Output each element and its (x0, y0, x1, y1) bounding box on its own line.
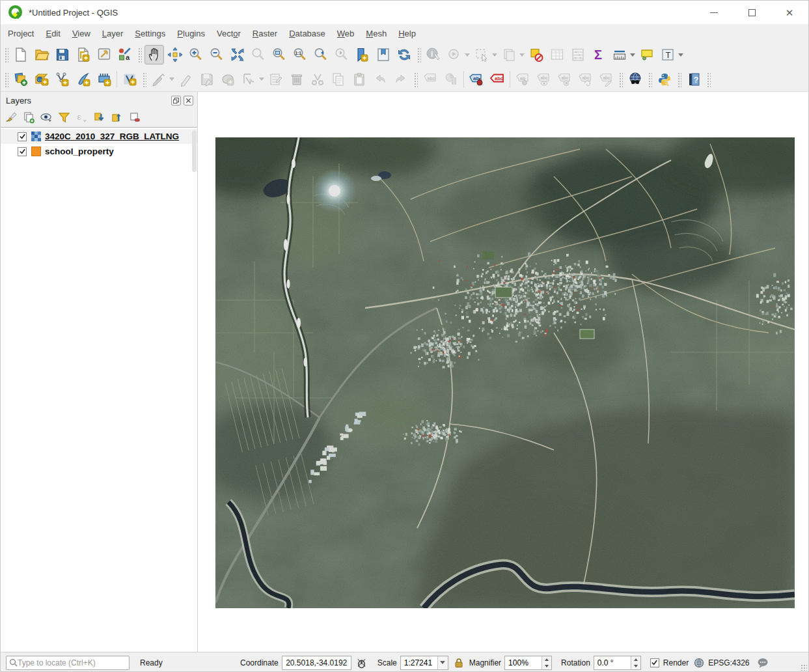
toolbar-grip[interactable] (677, 72, 681, 87)
show-bookmarks-button[interactable] (374, 45, 393, 64)
lock-scale-icon[interactable] (452, 656, 465, 670)
help-contents-button[interactable]: ? (684, 70, 704, 89)
rotation-down-icon[interactable] (631, 663, 640, 669)
maximize-button[interactable] (733, 1, 771, 24)
new-virtual-layer-button[interactable] (120, 70, 139, 89)
open-layer-styling-icon[interactable] (3, 109, 19, 125)
python-console-button[interactable] (655, 70, 674, 89)
toggle-extents-mouse-icon[interactable] (355, 656, 368, 670)
float-panel-icon[interactable] (171, 96, 181, 105)
refresh-button[interactable] (394, 45, 414, 64)
toolbar-grip[interactable] (648, 72, 652, 87)
filter-legend-icon[interactable] (56, 109, 72, 125)
toolbar-grip[interactable] (618, 72, 623, 87)
vertex-tool-button[interactable] (239, 70, 258, 89)
magnifier-input[interactable] (505, 656, 542, 669)
statistical-summary-button[interactable] (568, 45, 588, 64)
metasearch-button[interactable] (625, 70, 645, 89)
crs-globe-icon[interactable] (692, 656, 706, 670)
menu-layer[interactable]: Layer (96, 26, 130, 41)
toolbar-grip[interactable] (4, 72, 8, 87)
measure-line-button[interactable] (610, 45, 629, 64)
vertex-tool-dropdown[interactable] (259, 77, 264, 81)
rotate-label-button[interactable]: abc (575, 70, 595, 89)
magnifier-down-icon[interactable] (542, 663, 551, 669)
open-attribute-table-button[interactable] (547, 45, 567, 64)
menu-database[interactable]: Database (283, 26, 331, 41)
layer-row-raster[interactable]: 3420C_2010_327_RGB_LATLNG (1, 129, 197, 144)
menu-raster[interactable]: Raster (247, 26, 283, 41)
zoom-full-button[interactable] (228, 45, 247, 64)
modify-attributes-button[interactable] (266, 70, 286, 89)
close-panel-icon[interactable] (184, 96, 193, 105)
menu-vector[interactable]: Vector (211, 26, 247, 41)
identify-features-button[interactable]: i (424, 45, 443, 64)
cut-features-button[interactable] (308, 70, 327, 89)
current-edits-dropdown[interactable] (169, 77, 174, 81)
move-label-button[interactable]: abc (555, 70, 574, 89)
coordinate-input[interactable] (282, 656, 351, 670)
toolbar-grip[interactable] (413, 72, 418, 87)
add-group-icon[interactable] (21, 109, 36, 125)
menu-edit[interactable]: Edit (40, 26, 66, 41)
new-geopackage-layer-button[interactable] (74, 70, 93, 89)
current-edits-button[interactable] (149, 70, 169, 89)
new-print-layout-button[interactable] (74, 45, 93, 64)
map-canvas[interactable] (198, 92, 808, 652)
scale-combo[interactable] (400, 656, 448, 670)
messages-icon[interactable] (756, 656, 769, 670)
measure-dropdown[interactable] (630, 53, 635, 57)
toolbar-grip[interactable] (4, 47, 8, 63)
toolbar-grip[interactable] (142, 72, 146, 87)
zoom-next-button[interactable] (332, 45, 351, 64)
select-by-form-button[interactable] (499, 45, 519, 64)
zoom-to-layer-button[interactable] (269, 45, 289, 64)
zoom-out-button[interactable] (207, 45, 226, 64)
magnifier-spinbox[interactable] (504, 656, 552, 670)
menu-plugins[interactable]: Plugins (171, 26, 211, 41)
crs-status[interactable]: EPSG:4326 (708, 658, 749, 667)
select-features-button[interactable] (472, 45, 491, 64)
text-annotation-dropdown[interactable] (678, 53, 683, 57)
scale-input[interactable] (401, 656, 437, 669)
style-manager-button[interactable]: a (115, 45, 135, 64)
show-layout-manager-button[interactable] (94, 45, 114, 64)
manage-map-themes-icon[interactable] (38, 109, 54, 125)
select-by-form-dropdown[interactable] (519, 53, 525, 57)
copy-features-button[interactable] (329, 70, 348, 89)
rotation-input[interactable] (594, 656, 631, 669)
new-bookmark-button[interactable] (353, 45, 372, 64)
delete-selected-button[interactable] (287, 70, 307, 89)
select-features-dropdown[interactable] (492, 53, 497, 57)
layer-labeling-button[interactable]: abc (420, 70, 440, 89)
layer-visibility-checkbox[interactable] (18, 147, 27, 156)
open-project-button[interactable] (32, 45, 51, 64)
run-feature-action-dropdown[interactable] (465, 53, 470, 57)
zoom-native-resolution-button[interactable]: 1:1 (290, 45, 310, 64)
expand-all-icon[interactable] (91, 109, 107, 125)
remove-layer-icon[interactable] (126, 109, 142, 125)
layer-name[interactable]: school_property (45, 147, 114, 156)
digitize-with-shape-button[interactable] (218, 70, 238, 89)
text-annotation-button[interactable]: T (658, 45, 678, 64)
layer-row-school-property[interactable]: school_property (1, 144, 197, 159)
save-layer-edits-button[interactable] (197, 70, 217, 89)
new-shapefile-layer-button[interactable] (53, 70, 72, 89)
menu-project[interactable]: Project (2, 26, 40, 41)
close-button[interactable]: ✕ (771, 1, 808, 24)
paste-features-button[interactable] (350, 70, 369, 89)
layer-name[interactable]: 3420C_2010_327_RGB_LATLNG (45, 132, 179, 141)
menu-help[interactable]: Help (392, 26, 422, 41)
zoom-last-button[interactable] (311, 45, 331, 64)
run-feature-action-button[interactable] (445, 45, 464, 64)
highlight-pinned-labels-button[interactable]: ab (513, 70, 532, 89)
filter-by-expression-icon[interactable]: ε (74, 109, 89, 125)
toolbar-grip[interactable] (417, 47, 421, 63)
menu-settings[interactable]: Settings (129, 26, 171, 41)
show-hide-labels-button[interactable]: abc (534, 70, 553, 89)
map-tips-button[interactable] (637, 45, 657, 64)
redo-button[interactable] (391, 70, 411, 89)
aerial-imagery[interactable] (215, 137, 795, 608)
render-checkbox[interactable] (650, 658, 659, 667)
save-project-button[interactable] (53, 45, 72, 64)
